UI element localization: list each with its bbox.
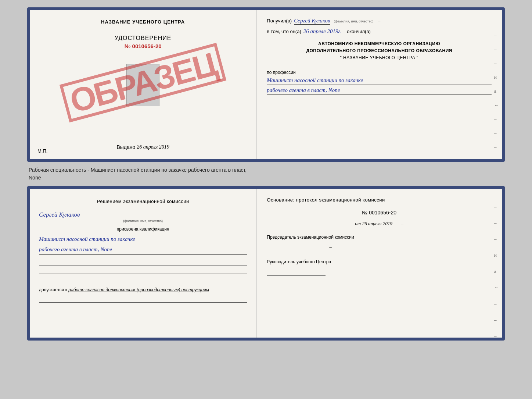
side-dash-5: – [494, 130, 499, 136]
commission-label: Решением экзаменационной комиссии [39, 198, 247, 205]
poluchil-value: Сергей Кулаков [294, 18, 330, 25]
side-dashes-top: – – – и а ← – – – [494, 32, 499, 150]
top-cert-title: НАЗВАНИЕ УЧЕБНОГО ЦЕНТРА [101, 19, 185, 25]
vydano-date: 26 апреля 2019 [137, 144, 169, 150]
side-dash-b1: – [494, 204, 499, 210]
predsedatel-sign-line [267, 244, 326, 251]
cert-number: № 0010656-20 [125, 43, 162, 49]
udostoverenie-label: УДОСТОВЕРЕНИЕ [115, 35, 172, 42]
bottom-lines [39, 259, 247, 282]
org-line1: АВТОНОМНУЮ НЕКОММЕРЧЕСКУЮ ОРГАНИЗАЦИЮ [267, 40, 492, 47]
side-dash-b4: – [494, 301, 499, 307]
profession-line1: Машинист насосной станции по закачке [267, 76, 492, 85]
vtom-date: 26 апреля 2019г. [303, 28, 342, 35]
predsedatel-dash: – [329, 244, 332, 251]
bottom-line-3 [39, 275, 247, 282]
rukovoditel-sign-line [267, 268, 326, 276]
profession-line2: рабочего агента в пласт, None [267, 86, 492, 95]
vtom-label: в том, что он(а) [267, 29, 301, 34]
bottom-profession-line1: Машинист насосной станции по закачке [39, 235, 247, 245]
side-dashes-bottom: – – – и а ← – – – [494, 204, 499, 339]
okonchil-label: окончил(а) [347, 29, 371, 34]
bottom-line-4 [39, 296, 247, 303]
bottom-line-1 [39, 259, 247, 266]
mp-label: М.П. [37, 148, 47, 154]
poluchil-row: Получил(а) Сергей Кулаков (фамилия, имя,… [267, 18, 492, 25]
description-block: Рабочая специальность - Машинист насосно… [27, 166, 505, 182]
side-dash-barrow: ← [494, 285, 499, 291]
rukovoditel-label: Руководитель учебного Центра [267, 259, 492, 266]
bottom-cert-right: Основание: протокол экзаменационной коми… [256, 189, 502, 338]
bottom-final-line [39, 296, 247, 303]
poluchil-sub: (фамилия, имя, отчество) [334, 19, 373, 23]
top-cert-right: Получил(а) Сергей Кулаков (фамилия, имя,… [256, 10, 502, 159]
side-dash-arrow: ← [494, 102, 499, 108]
bottom-name-sub: (фамилия, имя, отчество) [39, 219, 247, 223]
side-dash-bi: и [494, 252, 499, 258]
predsedatel-sign-row: – [267, 244, 492, 251]
bottom-name-value: Сергей Кулаков [39, 211, 247, 219]
bottom-profession-block: Машинист насосной станции по закачке раб… [39, 234, 247, 255]
profession-label: по профессии [267, 70, 492, 75]
side-dash-b6: – [494, 333, 499, 339]
poluchil-label: Получил(а) [267, 18, 292, 24]
side-dash-b2: – [494, 220, 499, 226]
side-dash-b3: – [494, 236, 499, 242]
cert-issued-row: Выдано 26 апреля 2019 [37, 144, 248, 153]
date-dash: – [401, 221, 404, 226]
description-line2: None [29, 175, 41, 181]
bottom-cert-left: Решением экзаменационной комиссии Сергей… [30, 189, 256, 338]
side-dash-b5: – [494, 317, 499, 323]
bottom-right-date: от 26 апреля 2019 – [267, 221, 492, 227]
dopuskaetsya-row: допускается к работе согласно должностны… [39, 287, 247, 292]
rukovoditel-sign-row [267, 268, 492, 276]
profession-block: по профессии Машинист насосной станции п… [267, 68, 492, 95]
bottom-certificate: Решением экзаменационной комиссии Сергей… [27, 186, 505, 341]
bottom-line-2 [39, 267, 247, 274]
side-dash-4: – [494, 116, 499, 122]
predsedatel-label: Председатель экзаменационной комиссии [267, 234, 492, 241]
predsedatel-block: Председатель экзаменационной комиссии – [267, 234, 492, 251]
org-line3: " НАЗВАНИЕ УЧЕБНОГО ЦЕНТРА " [267, 54, 492, 61]
top-certificate: НАЗВАНИЕ УЧЕБНОГО ЦЕНТРА ОБРАЗЕЦ УДОСТОВ… [27, 7, 505, 162]
top-cert-left: НАЗВАНИЕ УЧЕБНОГО ЦЕНТРА ОБРАЗЕЦ УДОСТОВ… [30, 10, 256, 159]
dopuskaetsya-label: допускается к [39, 287, 67, 292]
date-prefix: от [355, 221, 361, 226]
side-dash-2: – [494, 46, 499, 52]
org-block: АВТОНОМНУЮ НЕКОММЕРЧЕСКУЮ ОРГАНИЗАЦИЮ ДО… [267, 40, 492, 62]
side-dash-a: а [494, 88, 499, 94]
side-dash-i: и [494, 74, 499, 80]
bottom-profession-line2: рабочего агента в пласт, None [39, 245, 247, 255]
bottom-name-block: Сергей Кулаков (фамилия, имя, отчество) [39, 210, 247, 223]
side-dash-6: – [494, 144, 499, 150]
side-dash-1: – [494, 32, 499, 38]
bottom-right-number: № 0010656-20 [267, 210, 492, 215]
assigned-label: присвоена квалификация [39, 227, 247, 232]
side-dash-ba: а [494, 268, 499, 274]
description-line1: Рабочая специальность - Машинист насосно… [29, 167, 247, 173]
rukovoditel-block: Руководитель учебного Центра [267, 259, 492, 276]
side-dash-3: – [494, 60, 499, 66]
org-line2: ДОПОЛНИТЕЛЬНОГО ПРОФЕССИОНАЛЬНОГО ОБРАЗО… [267, 47, 492, 54]
date-value: 26 апреля 2019 [362, 221, 392, 226]
dopuskaetsya-value: работе согласно должностным (производств… [68, 287, 209, 292]
osnov-label: Основание: протокол экзаменационной коми… [267, 196, 492, 204]
vtom-row: в том, что он(а) 26 апреля 2019г. окончи… [267, 28, 492, 35]
vydano-label: Выдано [116, 144, 135, 150]
dash1: – [378, 18, 380, 24]
